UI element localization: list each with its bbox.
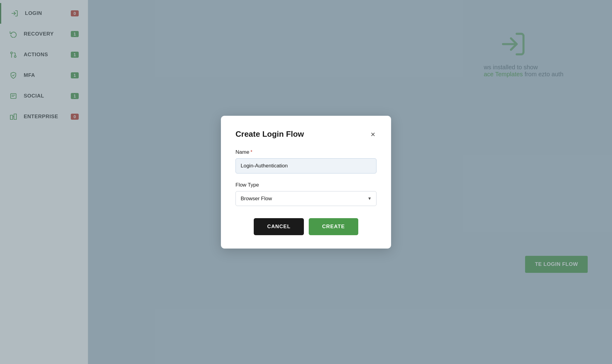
modal-header: Create Login Flow × [236,129,376,139]
name-input[interactable] [236,158,376,173]
required-indicator: * [250,149,252,155]
modal-actions: CANCEL CREATE [236,218,376,235]
modal-close-button[interactable]: × [370,129,376,139]
flow-type-select-wrapper: Browser Flow Direct Grant Flow Client Fl… [236,191,376,206]
flow-type-label: Flow Type [236,182,376,188]
name-field-label: Name * [236,149,376,155]
modal-overlay: Create Login Flow × Name * Flow Type Bro… [0,0,612,364]
modal-dialog: Create Login Flow × Name * Flow Type Bro… [221,116,391,249]
name-field-group: Name * [236,149,376,173]
flow-type-select[interactable]: Browser Flow Direct Grant Flow Client Fl… [236,191,376,206]
flow-type-field-group: Flow Type Browser Flow Direct Grant Flow… [236,182,376,206]
create-button[interactable]: CREATE [309,218,358,235]
cancel-button[interactable]: CANCEL [254,218,304,235]
modal-title: Create Login Flow [236,129,304,139]
